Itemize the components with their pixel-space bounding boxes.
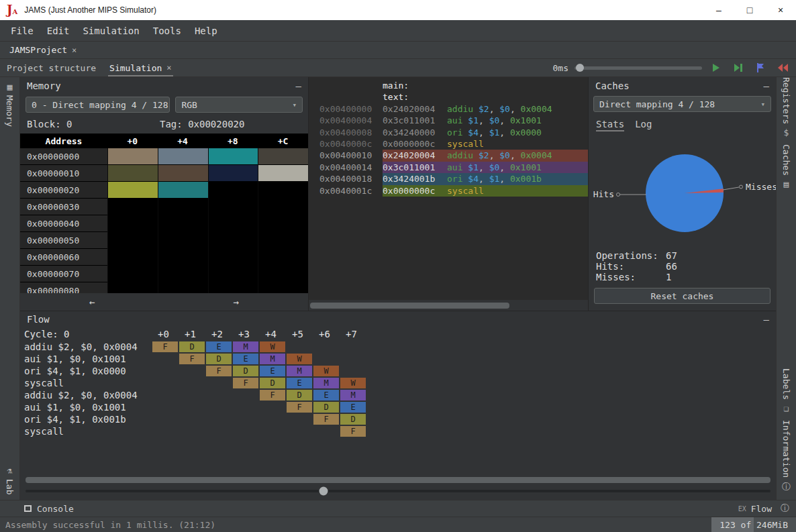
menu-file[interactable]: File [4, 25, 40, 36]
memory-cell[interactable] [258, 249, 308, 266]
memory-cell[interactable] [258, 232, 308, 249]
flow-stage-d: D [313, 402, 339, 413]
assembly-line[interactable]: 0x004000100x24020004addiu $2, $0, 0x0004 [309, 150, 588, 161]
memory-cell[interactable] [108, 282, 158, 293]
tab-simulation[interactable]: Simulation × [103, 59, 179, 76]
assembly-line[interactable]: 0x004000080x34240000ori $4, $1, 0x0000 [309, 127, 588, 138]
memory-cell[interactable] [158, 215, 208, 232]
information-icon[interactable]: ⓘ [781, 502, 789, 515]
memory-cell[interactable] [158, 266, 208, 282]
flow-toolwindow-button[interactable]: Flow [751, 504, 772, 514]
run-button[interactable] [708, 60, 724, 76]
memory-cell[interactable] [158, 165, 208, 182]
console-button[interactable]: Console [37, 504, 74, 514]
memory-cell[interactable] [209, 165, 258, 182]
asm-token: $4 [468, 127, 479, 138]
memory-usage-indicator[interactable]: 123 of 246MiB [711, 517, 796, 532]
memory-cell[interactable] [108, 232, 158, 249]
tool-button-information[interactable]: Informationⓘ [781, 420, 791, 500]
close-icon[interactable]: × [72, 46, 77, 55]
next-block-button[interactable]: → [164, 297, 309, 307]
memory-cell[interactable] [108, 148, 158, 165]
memory-cell[interactable] [158, 182, 208, 199]
assembly-line[interactable]: 0x0040001c0x0000000csyscall [309, 185, 588, 197]
time-slider[interactable] [575, 66, 702, 70]
memory-cell[interactable] [158, 148, 208, 165]
cache-stats: Operations:67Hits:66Misses:1 [589, 250, 776, 282]
memory-cell[interactable] [108, 249, 158, 266]
memory-cell[interactable] [209, 182, 258, 199]
memory-cell[interactable] [258, 148, 308, 165]
project-tab[interactable]: JAMSProject × [3, 42, 83, 58]
tab-log[interactable]: Log [635, 115, 652, 133]
memory-cell[interactable] [258, 266, 308, 282]
assembly-line[interactable]: 0x004000000x24020004addiu $2, $0, 0x0004 [309, 103, 588, 115]
memory-cell[interactable] [209, 282, 258, 293]
assembly-line[interactable]: 0x0040000c0x0000000csyscall [309, 138, 588, 150]
step-button[interactable] [730, 60, 746, 76]
tag-label: Tag: 0x00020020 [160, 119, 244, 129]
memory-cell[interactable] [108, 182, 158, 199]
tool-button-labels[interactable]: Labels❏ [781, 368, 791, 420]
reset-button[interactable] [775, 60, 791, 76]
memory-cell[interactable] [258, 165, 308, 182]
memory-cell[interactable] [158, 199, 208, 215]
menu-help[interactable]: Help [188, 25, 224, 36]
reset-caches-button[interactable]: Reset caches [594, 288, 770, 304]
memory-cell[interactable] [158, 232, 208, 249]
assembly-line[interactable]: 0x004000180x3424001bori $4, $1, 0x001b [309, 173, 588, 184]
memory-cell[interactable] [258, 282, 308, 293]
memory-cell[interactable] [108, 165, 158, 182]
flow-stage-cells: FDEMW [206, 366, 340, 376]
assembly-scrollbar[interactable] [309, 300, 588, 311]
maximize-button[interactable]: □ [734, 0, 765, 20]
menu-tools[interactable]: Tools [146, 25, 188, 36]
asm-token: , [479, 127, 489, 138]
cycle-slider[interactable] [26, 490, 770, 492]
cache-config-select[interactable]: Direct mapping 4 / 128 [593, 96, 771, 112]
close-button[interactable]: × [765, 0, 796, 20]
tool-button-memory[interactable]: ▦ Memory [5, 77, 15, 127]
menu-simulation[interactable]: Simulation [76, 25, 146, 36]
memory-cell[interactable] [108, 215, 158, 232]
flow-stage-cells: FDE [287, 402, 367, 413]
menu-edit[interactable]: Edit [40, 25, 77, 36]
assembly-line[interactable]: 0x004000040x3c011001aui $1, $0, 0x1001 [309, 115, 588, 126]
minimize-button[interactable]: – [703, 0, 734, 20]
tool-button-registers[interactable]: Registers$ [781, 77, 791, 144]
memory-cell[interactable] [258, 215, 308, 232]
memory-cell[interactable] [258, 182, 308, 199]
memory-cell[interactable] [108, 199, 158, 215]
tool-button-caches[interactable]: Caches▤ [781, 144, 791, 196]
assembly-scrollbar-thumb[interactable] [310, 303, 509, 309]
minimize-panel-icon[interactable]: — [296, 81, 301, 91]
display-mode-select[interactable]: RGB [175, 97, 303, 113]
flow-scrollbar[interactable] [26, 477, 770, 483]
memory-cell[interactable] [209, 199, 258, 215]
run-to-flag-button[interactable] [752, 60, 768, 76]
cycle-slider-thumb[interactable] [319, 487, 328, 496]
asm-token: , [479, 162, 489, 172]
memory-cell[interactable] [209, 148, 258, 165]
flow-column-header: +3 [233, 329, 260, 339]
asm-token: , [510, 104, 521, 114]
memory-cell[interactable] [158, 249, 208, 266]
cache-select[interactable]: 0 - Direct mapping 4 / 128 [26, 97, 170, 113]
tool-button-lab[interactable]: ⚗ Lab [5, 461, 15, 494]
memory-cell[interactable] [209, 266, 258, 282]
memory-cell[interactable] [258, 199, 308, 215]
minimize-panel-icon[interactable]: — [764, 81, 769, 91]
asm-token: , [479, 174, 489, 184]
close-icon[interactable]: × [166, 63, 171, 72]
memory-cell[interactable] [209, 232, 258, 249]
time-slider-thumb[interactable] [576, 64, 584, 72]
tab-project-structure[interactable]: Project structure [0, 59, 103, 76]
memory-cell[interactable] [209, 249, 258, 266]
memory-cell[interactable] [158, 282, 208, 293]
minimize-panel-icon[interactable]: — [764, 314, 769, 325]
prev-block-button[interactable]: ← [20, 297, 164, 307]
assembly-line[interactable]: 0x004000140x3c011001aui $1, $0, 0x1001 [309, 162, 588, 173]
memory-cell[interactable] [108, 266, 158, 282]
tab-stats[interactable]: Stats [596, 115, 624, 133]
memory-cell[interactable] [209, 215, 258, 232]
